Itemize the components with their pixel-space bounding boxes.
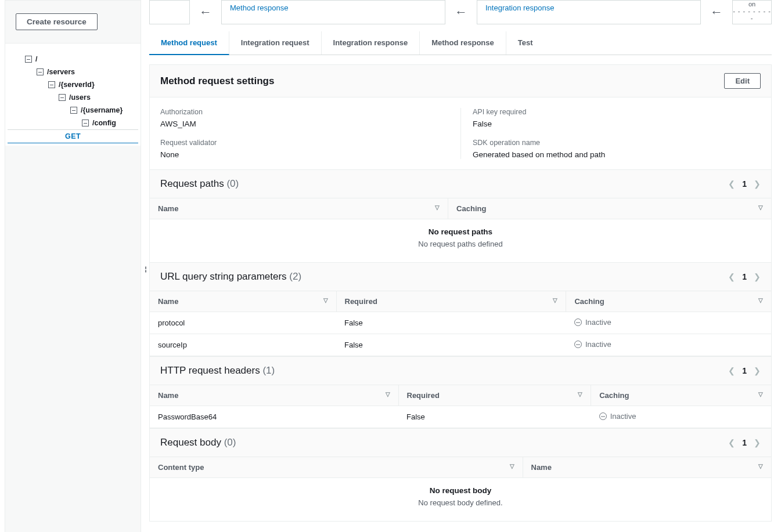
tree-node[interactable]: /{username} [8,104,138,117]
pager-prev-icon[interactable]: ❮ [728,179,735,189]
request-body-pager: ❮ 1 ❯ [728,438,761,447]
sort-icon: ▽ [553,297,557,303]
col-required[interactable]: Required▽ [398,385,591,406]
authorization-label: Authorization [160,108,449,116]
api-key-required-label: API key required [473,108,749,116]
col-name[interactable]: Name▽ [150,198,448,219]
flow-endpoint-box: on - - - - - - - - - [732,0,772,24]
method-request-panel: Method request settings Edit Authorizati… [149,64,772,522]
main-content: ← Method response ← Integration response… [149,0,781,532]
tab-integration-response[interactable]: Integration response [322,31,420,55]
status-badge: Inactive [574,318,611,327]
sort-icon: ▽ [386,391,390,397]
arrow-left-icon: ← [710,5,723,20]
collapse-icon[interactable] [25,56,32,63]
request-paths-empty-title: No request paths [150,219,771,240]
pager-next-icon[interactable]: ❯ [754,179,761,189]
request-validator-value: None [160,150,449,159]
request-body-empty-sub: No request body defined. [150,498,771,521]
table-row[interactable]: sourceIp False Inactive [150,334,771,356]
request-body-table: Content type▽ Name▽ [150,457,771,478]
tree-node[interactable]: /servers [8,66,138,78]
sdk-operation-name-value: Generated based on method and path [473,150,749,159]
authorization-value: AWS_IAM [160,120,449,128]
col-required[interactable]: Required▽ [336,291,566,312]
collapse-icon[interactable] [82,120,89,126]
inactive-icon [574,341,582,348]
sort-icon: ▽ [758,204,763,211]
tree-method-get[interactable]: GET [8,129,138,143]
status-badge: Inactive [574,340,611,349]
col-name[interactable]: Name▽ [150,291,336,312]
pager-next-icon[interactable]: ❯ [754,438,761,447]
tab-integration-request[interactable]: Integration request [229,31,322,55]
sort-icon: ▽ [758,297,763,303]
pager-prev-icon[interactable]: ❮ [728,438,735,447]
create-resource-button[interactable]: Create resource [16,13,98,30]
col-content-type[interactable]: Content type▽ [150,457,523,478]
request-paths-pager: ❮ 1 ❯ [728,179,761,189]
sdk-operation-name-label: SDK operation name [473,139,749,147]
col-caching[interactable]: Caching▽ [448,198,771,219]
request-paths-section: Request paths (0) ❮ 1 ❯ [150,169,771,198]
pager-prev-icon[interactable]: ❮ [728,272,735,281]
col-caching[interactable]: Caching▽ [566,291,771,312]
request-validator-label: Request validator [160,139,449,147]
tab-method-response[interactable]: Method response [420,31,506,55]
http-headers-pager: ❮ 1 ❯ [728,366,761,375]
splitter-handle-icon: ╏ [144,266,147,273]
tab-method-request[interactable]: Method request [149,31,229,55]
sort-icon: ▽ [435,204,440,211]
http-headers-section: HTTP request headers (1) ❮ 1 ❯ [150,356,771,385]
request-paths-table: Name▽ Caching▽ [150,198,771,219]
pager-page-number: 1 [742,179,747,189]
collapse-icon[interactable] [70,107,77,114]
flow-on-label: on [733,1,771,8]
flow-client-box [149,0,190,24]
status-badge: Inactive [599,412,636,421]
pager-next-icon[interactable]: ❯ [754,272,761,281]
col-name[interactable]: Name▽ [523,457,771,478]
arrow-left-icon: ← [455,5,467,20]
pager-next-icon[interactable]: ❯ [754,366,761,375]
flow-integration-response[interactable]: Integration response [477,0,701,24]
sort-icon: ▽ [578,391,582,397]
arrow-left-icon: ← [199,5,212,20]
method-tabs: Method request Integration request Integ… [149,31,772,55]
pager-page-number: 1 [742,438,747,447]
table-row[interactable]: PasswordBase64 False Inactive [150,406,771,428]
resources-sidebar: Create resource / /servers /{serverId} /… [5,0,141,532]
http-headers-table: Name▽ Required▽ Caching▽ PasswordBase64 … [150,385,771,428]
tab-test[interactable]: Test [506,31,545,55]
tree-node[interactable]: /users [8,91,138,104]
url-query-section: URL query string parameters (2) ❮ 1 ❯ [150,262,771,291]
table-row[interactable]: protocol False Inactive [150,312,771,334]
col-name[interactable]: Name▽ [150,385,398,406]
request-paths-empty-sub: No request paths defined [150,240,771,262]
collapse-icon[interactable] [37,68,44,75]
collapse-icon[interactable] [48,81,55,88]
panel-title: Method request settings [160,75,274,87]
request-body-section: Request body (0) ❮ 1 ❯ [150,428,771,457]
tree-node[interactable]: / [8,53,138,66]
pager-prev-icon[interactable]: ❮ [728,366,735,375]
flow-dash: - - - - - - - - - [733,8,771,21]
url-query-table: Name▽ Required▽ Caching▽ protocol False … [150,291,771,356]
col-caching[interactable]: Caching▽ [591,385,771,406]
flow-method-response[interactable]: Method response [221,0,445,24]
sort-icon: ▽ [758,463,763,469]
sort-icon: ▽ [323,297,328,303]
splitter[interactable]: ╏ [141,0,149,532]
tree-node[interactable]: /config [8,117,138,129]
pager-page-number: 1 [742,366,747,375]
collapse-icon[interactable] [59,94,66,101]
tree-node[interactable]: /{serverId} [8,78,138,91]
request-body-empty-title: No request body [150,478,771,498]
sort-icon: ▽ [758,391,763,397]
edit-settings-button[interactable]: Edit [724,73,761,89]
inactive-icon [599,412,607,420]
pager-page-number: 1 [742,272,747,281]
api-key-required-value: False [473,120,749,128]
sort-icon: ▽ [510,463,514,469]
inactive-icon [574,319,582,326]
